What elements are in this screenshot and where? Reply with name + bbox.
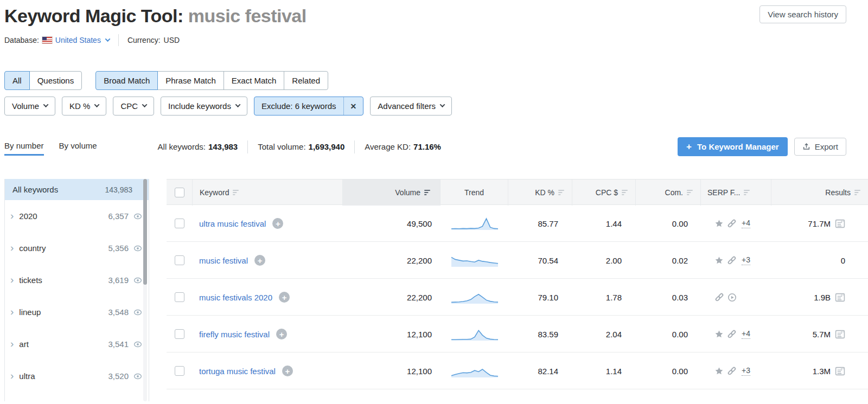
row-checkbox[interactable] <box>175 292 184 302</box>
keyword-link[interactable]: music festivals 2020 <box>199 293 272 302</box>
add-keyword-icon[interactable]: + <box>272 218 283 229</box>
filter-dropdown-include-keywords[interactable]: Include keywords <box>161 97 247 116</box>
sort-icon[interactable] <box>622 189 629 196</box>
keyword-link[interactable]: firefly music festival <box>199 330 270 339</box>
column-header-com[interactable]: Com. <box>636 179 701 206</box>
add-keyword-icon[interactable]: + <box>276 329 287 339</box>
sidebar-group-art[interactable]: ›art3,541 <box>5 328 149 360</box>
link-icon <box>727 219 737 228</box>
keyword-link[interactable]: tortuga music festival <box>199 367 276 376</box>
match-tab-group: AllQuestions <box>4 71 82 90</box>
select-all-checkbox[interactable] <box>175 188 184 197</box>
eye-icon[interactable] <box>133 309 142 316</box>
column-header-label: KD % <box>535 188 554 197</box>
view-tab-by-number[interactable]: By number <box>4 141 44 156</box>
sort-icon[interactable] <box>424 189 431 196</box>
serp-source-icon[interactable] <box>835 219 845 229</box>
view-tab-by-volume[interactable]: By volume <box>59 141 97 156</box>
export-button[interactable]: Export <box>794 138 846 156</box>
to-keyword-manager-button[interactable]: +To Keyword Manager <box>678 137 788 156</box>
serp-source-icon[interactable] <box>835 329 845 339</box>
match-tab-related[interactable]: Related <box>284 71 328 90</box>
sidebar-all-keywords[interactable]: All keywords 143,983 <box>5 179 149 200</box>
column-header-serp-f[interactable]: SERP F... <box>701 179 771 206</box>
filter-dropdown-cpc[interactable]: CPC <box>113 97 154 116</box>
filters-row: VolumeKD %CPCInclude keywordsExclude: 6 … <box>4 97 868 116</box>
page-title: Keyword Magic Tool: music festival <box>4 5 307 27</box>
keyword-link[interactable]: music festival <box>199 256 248 265</box>
serp-more-link[interactable]: +4 <box>742 219 750 228</box>
add-keyword-icon[interactable]: + <box>254 255 265 266</box>
volume-cell: 22,200 <box>343 242 441 279</box>
row-checkbox[interactable] <box>175 329 184 339</box>
keyword-link[interactable]: ultra music festival <box>199 219 266 228</box>
serp-more-link[interactable]: +4 <box>742 329 750 339</box>
column-header-trend: Trend <box>441 179 508 206</box>
eye-icon[interactable] <box>133 373 142 380</box>
column-header-keyword[interactable]: Keyword <box>193 179 343 206</box>
com-cell: 0.02 <box>636 242 701 279</box>
eye-icon[interactable] <box>133 277 142 284</box>
eye-icon[interactable] <box>133 213 142 220</box>
filter-dropdown-volume[interactable]: Volume <box>4 97 55 116</box>
view-search-history-button[interactable]: View search history <box>760 5 846 23</box>
link-icon <box>727 366 737 376</box>
match-tab-broad-match[interactable]: Broad Match <box>95 71 158 90</box>
kd-value: 79.10 <box>538 293 558 302</box>
row-checkbox[interactable] <box>175 219 184 228</box>
sidebar-group-2020[interactable]: ›20206,357 <box>5 200 149 232</box>
column-header-kd[interactable]: KD % <box>508 179 572 206</box>
column-header-volume[interactable]: Volume <box>343 179 441 206</box>
filter-chip-exclude-6-keywords[interactable]: Exclude: 6 keywords✕ <box>254 97 363 116</box>
match-tab-questions[interactable]: Questions <box>29 71 82 90</box>
match-tab-group: Broad MatchPhrase MatchExact MatchRelate… <box>95 71 328 90</box>
column-header-label: Volume <box>395 188 420 197</box>
database-selector[interactable]: United States <box>55 36 110 44</box>
volume-value: 12,100 <box>407 367 432 376</box>
cpc-value: 2.00 <box>606 256 622 265</box>
serp-features-cell: +3 <box>701 352 771 389</box>
group-count: 6,357 <box>108 211 129 221</box>
sidebar-group-lineup[interactable]: ›lineup3,548 <box>5 296 149 328</box>
sort-icon[interactable] <box>744 189 751 196</box>
scrollbar-thumb[interactable] <box>143 179 147 285</box>
cpc-cell: 1.78 <box>572 279 636 316</box>
filter-chip-close-icon[interactable]: ✕ <box>344 97 363 115</box>
sidebar-group-tickets[interactable]: ›tickets3,619 <box>5 264 149 296</box>
sidebar-group-ultra[interactable]: ›ultra3,520 <box>5 360 149 392</box>
chevron-right-icon[interactable]: › <box>10 306 14 317</box>
match-tab-exact-match[interactable]: Exact Match <box>224 71 285 90</box>
add-keyword-icon[interactable]: + <box>279 292 290 303</box>
sort-icon[interactable] <box>233 189 240 196</box>
group-label: country <box>19 243 46 253</box>
chevron-right-icon[interactable]: › <box>10 210 14 221</box>
column-header-results[interactable]: Results <box>771 179 868 206</box>
volume-value: 49,500 <box>407 219 432 228</box>
sort-icon[interactable] <box>854 189 861 196</box>
filter-dropdown-kd[interactable]: KD % <box>62 97 106 116</box>
match-tab-phrase-match[interactable]: Phrase Match <box>157 71 224 90</box>
table-row: music festivals 2020+22,20079.101.780.03… <box>167 279 868 316</box>
column-header-cpc[interactable]: CPC $ <box>572 179 636 206</box>
serp-source-icon[interactable] <box>835 292 845 303</box>
row-checkbox[interactable] <box>175 255 184 265</box>
add-keyword-icon[interactable]: + <box>282 365 293 376</box>
eye-icon[interactable] <box>133 341 142 348</box>
eye-icon[interactable] <box>133 245 142 252</box>
chevron-right-icon[interactable]: › <box>10 370 14 381</box>
chevron-right-icon[interactable]: › <box>10 274 14 285</box>
chevron-right-icon[interactable]: › <box>10 242 14 253</box>
chevron-right-icon[interactable]: › <box>10 338 14 349</box>
serp-more-link[interactable]: +3 <box>742 366 750 376</box>
sort-icon[interactable] <box>687 189 694 196</box>
match-tab-all[interactable]: All <box>4 71 30 90</box>
sidebar-scrollbar[interactable] <box>143 179 147 401</box>
serp-source-icon[interactable] <box>835 366 845 376</box>
row-checkbox[interactable] <box>175 366 184 376</box>
group-label: art <box>19 339 29 349</box>
filter-dropdown-advanced-filters[interactable]: Advanced filters <box>370 97 452 116</box>
sort-icon[interactable] <box>558 189 565 196</box>
sidebar-group-country[interactable]: ›country5,356 <box>5 232 149 264</box>
keyword-cell: tortuga music festival+ <box>193 352 343 389</box>
serp-more-link[interactable]: +3 <box>742 255 750 265</box>
